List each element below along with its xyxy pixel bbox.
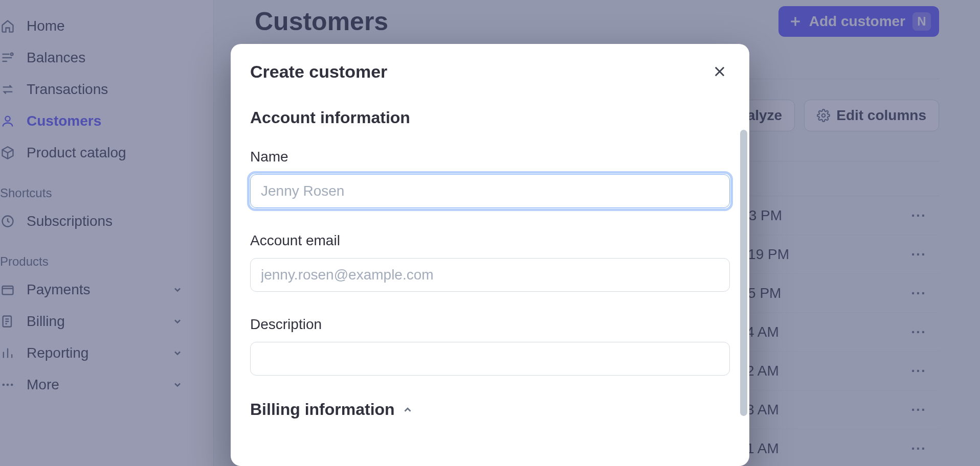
section-billing-information[interactable]: Billing information <box>250 400 730 419</box>
modal-overlay[interactable]: Create customer Account information Name… <box>0 0 980 466</box>
close-icon <box>712 64 727 79</box>
name-input[interactable] <box>250 174 730 208</box>
create-customer-modal: Create customer Account information Name… <box>231 44 749 466</box>
name-label: Name <box>250 149 730 165</box>
close-button[interactable] <box>709 61 730 82</box>
description-label: Description <box>250 316 730 333</box>
section-billing-label: Billing information <box>250 400 395 419</box>
email-label: Account email <box>250 232 730 249</box>
email-input[interactable] <box>250 258 730 292</box>
modal-title: Create customer <box>250 62 387 82</box>
description-input[interactable] <box>250 342 730 376</box>
modal-scrollbar[interactable] <box>740 130 747 416</box>
section-account-information: Account information <box>250 108 730 127</box>
chevron-up-icon <box>402 404 413 415</box>
